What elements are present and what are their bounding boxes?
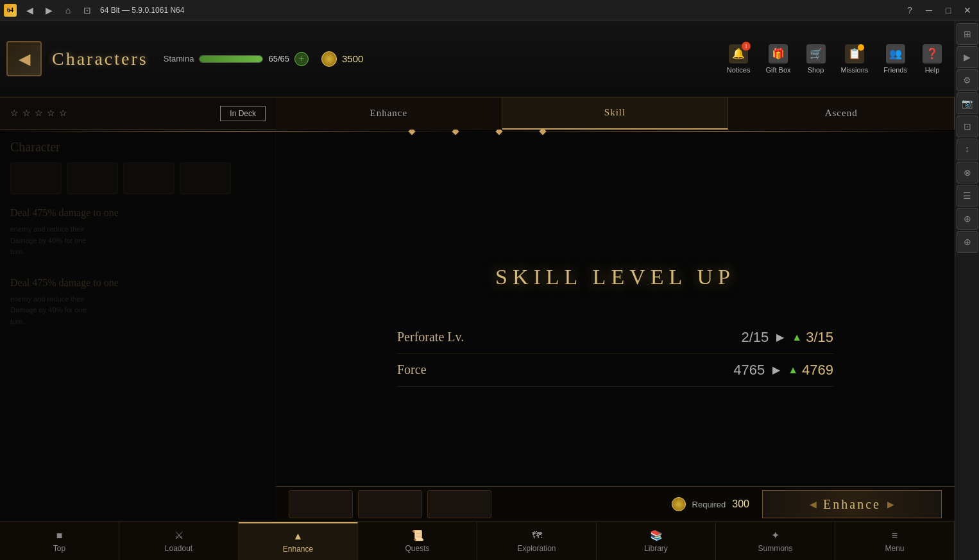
bottom-nav-top[interactable]: ■ Top [0,522,119,560]
friends-icon: 👥 [886,44,905,64]
skill-thumb-2 [67,162,118,194]
skill-stat-name-1: Perforate Lv. [397,330,525,344]
window-bar: 64 ◀ ▶ ⌂ ⊡ 64 Bit — 5.9.0.1061 N64 ? ─ □… [0,0,979,21]
shop-icon: 🛒 [806,44,826,64]
stamina-value: 65/65 [268,54,289,64]
skill-stat-row-2: Force 4765 ▶ ▲ 4769 [397,354,833,387]
library-nav-label: Library [644,544,668,553]
nav-giftbox[interactable]: 🎁 Gift Box [759,40,797,78]
enhance-action-btn[interactable]: Enhance [762,490,942,518]
sidebar-btn-2[interactable]: ▶ [957,46,978,68]
skill-thumb-1 [10,162,62,194]
bottom-nav-exploration[interactable]: 🗺 Exploration [477,522,597,560]
stamina-label: Stamina [164,54,194,64]
skill-desc-2: Deal 475% damage to one enemy and reduce… [10,277,265,328]
notices-badge: 1 [742,42,751,51]
skill-stat-name-2: Force [397,362,525,377]
star-2: ☆ [22,108,31,119]
shop-label: Shop [808,66,824,74]
skills-section [10,162,265,194]
nav-back-btn[interactable]: ◀ [21,1,38,19]
close-btn[interactable]: ✕ [958,1,976,19]
bottom-nav-quests[interactable]: 📜 Quests [358,522,477,560]
main-content: Character Deal 475% damage to one enemy … [0,130,955,522]
required-label: Required [692,500,726,509]
skill-desc-text-1: enemy and reduce their Damage by 40% for… [10,224,265,258]
skill-stat-from-2: 4765 [733,362,765,378]
sidebar-btn-10[interactable]: ⊕ [957,231,978,253]
skill-popup-area: SKILL LEVEL UP Perforate Lv. 2/15 ▶ ▲ 3/… [276,130,955,522]
in-deck-btn[interactable]: In Deck [220,106,266,121]
notices-icon: 🔔 1 [729,44,748,64]
loadout-nav-label: Loadout [165,544,192,553]
nav-missions[interactable]: 📋 Missions [835,40,875,78]
skill-level-up-title: SKILL LEVEL UP [495,265,735,289]
currency-icon [321,51,337,67]
nav-home-btn[interactable]: ⌂ [59,1,77,19]
skill-thumb-bottom-1 [289,490,353,518]
nav-friends[interactable]: 👥 Friends [877,40,914,78]
header-bar: ◀ Characters Stamina 65/65 + 3500 🔔 1 No… [0,21,955,98]
bottom-nav-enhance[interactable]: ▲ Enhance [239,522,358,560]
back-button[interactable]: ◀ [6,41,42,76]
bottom-nav-menu[interactable]: ≡ Menu [835,522,955,560]
window-controls: ? ─ □ ✕ [901,1,979,19]
missions-label: Missions [841,66,869,74]
summons-nav-icon: ✦ [771,529,779,541]
enhance-nav-icon: ▲ [293,530,303,542]
char-name: Character [10,140,265,155]
skill-desc-title-1: Deal 475% damage to one [10,207,265,219]
bottom-nav-library[interactable]: 📚 Library [597,522,716,560]
restore-btn[interactable]: □ [939,1,957,19]
app-icon: 64 [4,4,17,17]
top-nav-icons: 🔔 1 Notices 🎁 Gift Box 🛒 Shop 📋 [720,40,948,78]
sidebar-btn-7[interactable]: ⊗ [957,162,978,183]
skill-stats-table: Perforate Lv. 2/15 ▶ ▲ 3/15 Force 4765 ▶… [397,321,833,387]
bottom-nav-loadout[interactable]: ⚔ Loadout [119,522,239,560]
bottom-nav-bar: ■ Top ⚔ Loadout ▲ Enhance 📜 Quests 🗺 Exp… [0,522,955,560]
skill-thumb-3 [123,162,175,194]
minimize-btn[interactable]: ─ [920,1,938,19]
skill-stat-to-2: ▲ 4769 [788,362,833,378]
sidebar-btn-8[interactable]: ☰ [957,185,978,207]
skill-stat-arrow-1: ▶ [776,331,784,343]
sidebar-btn-6[interactable]: ↕ [957,139,978,160]
sidebar-btn-3[interactable]: ⚙ [957,69,978,91]
skill-desc-title-2: Deal 475% damage to one [10,277,265,289]
sidebar-btn-9[interactable]: ⊕ [957,208,978,230]
skill-thumb-bottom-2 [358,490,422,518]
sidebar-btn-1[interactable]: ⊞ [957,23,978,45]
nav-help[interactable]: ❓ Help [916,40,948,78]
bottom-nav-summons[interactable]: ✦ Summons [716,522,835,560]
help-win-btn[interactable]: ? [901,1,919,19]
char-star-row: ☆ ☆ ☆ ☆ ☆ In Deck [0,106,276,121]
giftbox-icon: 🎁 [769,44,788,64]
star-3: ☆ [35,108,43,119]
skill-thumbs [10,162,265,194]
required-value: 300 [732,498,749,510]
help-icon: ❓ [923,44,942,64]
nav-notices[interactable]: 🔔 1 Notices [720,40,757,78]
friends-label: Friends [883,66,907,74]
nav-forward-btn[interactable]: ▶ [40,1,58,19]
giftbox-label: Gift Box [765,66,790,74]
tab-enhance[interactable]: Enhance [276,98,502,130]
star-1: ☆ [10,108,19,119]
new-value-2: 4769 [802,362,833,378]
summons-nav-label: Summons [758,544,792,553]
missions-badge [858,44,864,51]
sidebar-btn-5[interactable]: ⊡ [957,115,978,137]
tab-skill[interactable]: Skill [502,98,729,130]
up-arrow-2: ▲ [788,364,798,376]
skill-stat-from-1: 2/15 [742,329,769,346]
loadout-nav-icon: ⚔ [175,529,183,541]
nav-shop[interactable]: 🛒 Shop [800,40,832,78]
nav-bookmark-btn[interactable]: ⊡ [78,1,96,19]
tab-ascend[interactable]: Ascend [728,98,955,130]
sidebar-btn-4[interactable]: 📷 [957,92,978,114]
skill-stat-row-1: Perforate Lv. 2/15 ▶ ▲ 3/15 [397,321,833,354]
skill-desc-1: Deal 475% damage to one enemy and reduce… [10,207,265,258]
stamina-plus-btn[interactable]: + [294,52,309,66]
stamina-section: Stamina 65/65 + [164,52,309,66]
help-label: Help [925,66,940,74]
